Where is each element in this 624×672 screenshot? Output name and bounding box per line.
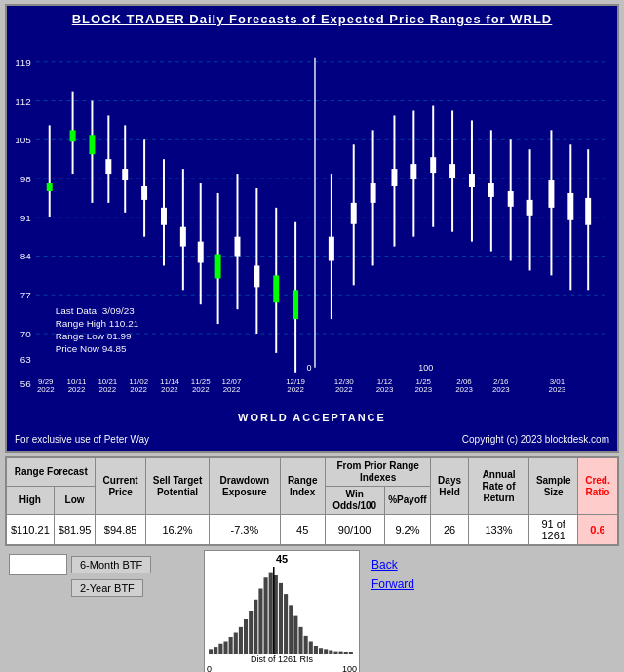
svg-rect-119 (249, 611, 253, 654)
svg-rect-41 (215, 255, 221, 279)
header-range-low: Low (54, 487, 96, 515)
days-held-val: 26 (431, 515, 468, 545)
btf-row-1: 6-Month BTF (9, 554, 196, 575)
sell-target-val: 16.2% (145, 515, 209, 545)
svg-rect-43 (235, 237, 241, 257)
header-range-index: Range Index (280, 458, 325, 515)
svg-rect-123 (269, 573, 273, 654)
svg-rect-71 (527, 200, 533, 216)
svg-rect-120 (254, 600, 257, 654)
svg-rect-125 (279, 583, 283, 654)
svg-text:119: 119 (15, 58, 31, 68)
btf-input[interactable] (9, 554, 67, 575)
svg-text:2023: 2023 (492, 385, 510, 394)
table-row: $110.21 $81.95 $94.85 16.2% -7.3% 45 90/… (7, 515, 618, 545)
drawdown-val: -7.3% (210, 515, 280, 545)
btf-row-2: 2-Year BTF (9, 579, 196, 597)
svg-rect-37 (180, 227, 186, 247)
svg-text:2022: 2022 (99, 385, 117, 394)
svg-rect-69 (508, 191, 514, 207)
svg-rect-53 (351, 203, 357, 224)
data-table-container: Range Forecast Current Price Sell Target… (5, 456, 619, 546)
header-range-high: High (7, 487, 55, 515)
header-days-held: Days Held (431, 458, 468, 515)
svg-rect-135 (324, 649, 328, 654)
svg-rect-133 (314, 646, 318, 654)
svg-rect-67 (488, 183, 494, 197)
svg-text:Range High 110.21: Range High 110.21 (56, 318, 139, 329)
dist-high: 100 (342, 664, 357, 672)
svg-rect-137 (333, 652, 337, 654)
svg-text:100: 100 (418, 363, 433, 373)
svg-rect-131 (304, 636, 308, 654)
svg-text:84: 84 (20, 252, 32, 262)
svg-rect-132 (309, 642, 313, 655)
range-index-val: 45 (280, 515, 325, 545)
svg-rect-122 (264, 577, 268, 654)
svg-text:0: 0 (307, 363, 312, 373)
price-chart-svg: 119 112 105 98 91 84 77 70 63 56 0 100 (7, 33, 617, 402)
svg-rect-128 (289, 605, 292, 654)
six-month-btf-button[interactable]: 6-Month BTF (71, 556, 151, 573)
header-payoff: %Payoff (384, 487, 431, 515)
bottom-left: 6-Month BTF 2-Year BTF (5, 550, 200, 672)
svg-rect-111 (209, 649, 213, 654)
svg-rect-23 (47, 183, 53, 191)
svg-text:63: 63 (20, 354, 32, 365)
svg-rect-130 (298, 627, 302, 654)
chart-copyright: For exclusive use of Peter Way Copyright… (7, 434, 617, 445)
copyright-right: Copyright (c) 2023 blockdesk.com (462, 434, 609, 445)
svg-rect-75 (567, 193, 573, 220)
svg-rect-139 (344, 652, 348, 654)
svg-rect-138 (339, 652, 343, 654)
chart-footer: WORLD ACCEPTANCE (7, 412, 617, 423)
range-low-val: $81.95 (54, 515, 96, 545)
svg-rect-45 (254, 265, 259, 287)
distribution-chart (207, 567, 357, 654)
payoff-val: 9.2% (384, 515, 431, 545)
svg-rect-39 (198, 242, 204, 263)
outer-container: BLOCK TRADER Daily Forecasts of Expected… (0, 0, 624, 672)
svg-text:2023: 2023 (549, 385, 566, 394)
svg-rect-57 (391, 169, 397, 186)
header-cred-ratio: Cred. Ratio (577, 458, 617, 515)
svg-rect-77 (585, 198, 591, 225)
svg-rect-63 (449, 164, 455, 178)
distribution-container: 45 (204, 550, 360, 672)
dist-low: 0 (207, 664, 212, 672)
data-table: Range Forecast Current Price Sell Target… (6, 457, 618, 545)
svg-text:77: 77 (20, 290, 32, 300)
annual-rate-val: 133% (468, 515, 529, 545)
back-link[interactable]: Back (371, 558, 414, 572)
svg-rect-35 (161, 208, 167, 225)
svg-rect-121 (258, 589, 262, 655)
header-sample-size: Sample Size (529, 458, 578, 515)
forward-link[interactable]: Forward (371, 577, 414, 591)
svg-text:2022: 2022 (335, 385, 353, 394)
svg-rect-51 (329, 237, 334, 261)
distribution-value: 45 (276, 553, 288, 565)
svg-rect-136 (329, 651, 332, 655)
svg-rect-55 (370, 183, 376, 203)
chart-title-text: BLOCK TRADER Daily (72, 12, 229, 26)
header-sell-target: Sell Target Potential (145, 458, 209, 515)
svg-text:91: 91 (20, 213, 32, 223)
svg-rect-113 (218, 644, 222, 654)
svg-rect-118 (244, 619, 248, 654)
bottom-section: 6-Month BTF 2-Year BTF 45 (5, 550, 619, 672)
svg-text:2022: 2022 (68, 385, 86, 394)
svg-rect-31 (122, 169, 128, 180)
nav-buttons: Back Forward (364, 550, 422, 672)
two-year-btf-button[interactable]: 2-Year BTF (71, 579, 143, 597)
chart-title-suffix: of Expected Price Ranges for WRLD (297, 12, 552, 26)
sample-size-val: 91 of 1261 (529, 515, 578, 545)
header-range-forecast: Range Forecast (7, 458, 96, 487)
svg-rect-140 (349, 652, 353, 654)
distribution-range: 0 100 (207, 664, 357, 672)
svg-text:2022: 2022 (161, 385, 178, 394)
svg-text:Last Data: 3/09/23: Last Data: 3/09/23 (56, 305, 136, 316)
copyright-left: For exclusive use of Peter Way (15, 434, 149, 445)
svg-rect-61 (430, 157, 436, 173)
distribution-caption: Dist of 1261 RIs (251, 654, 313, 664)
svg-text:2022: 2022 (130, 385, 147, 394)
